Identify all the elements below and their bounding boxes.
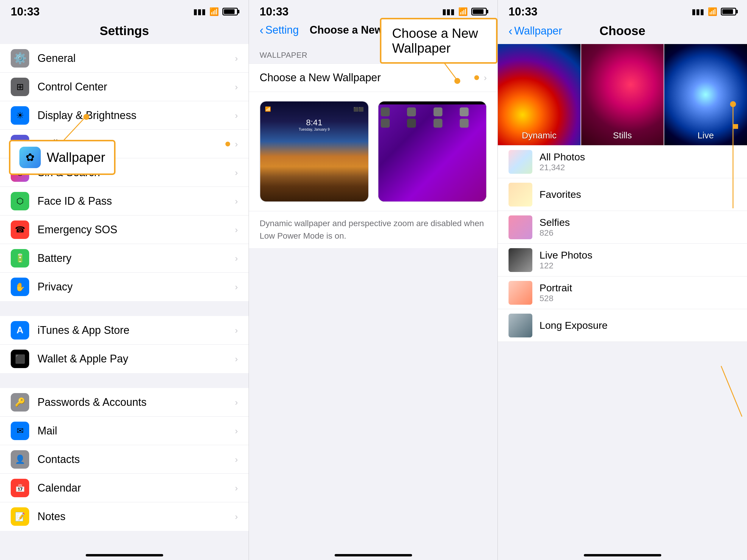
favorites-name: Favorites	[540, 189, 581, 200]
wallpaper-info-text: Dynamic wallpaper and perspective zoom a…	[249, 211, 497, 248]
page-title-p1: Settings	[100, 24, 149, 38]
portrait-info: Portrait 528	[540, 282, 572, 303]
album-long-exposure[interactable]: Long Exposure	[498, 309, 747, 342]
status-bar-panel1: 10:33 ▮▮▮ 📶	[0, 0, 249, 21]
album-all-photos[interactable]: All Photos 21,342	[498, 145, 747, 178]
lock-time: 8:41 Tuesday, January 9	[260, 112, 368, 134]
settings-item-calendar[interactable]: 📅 Calendar ›	[0, 474, 249, 502]
itunes-icon: A	[11, 321, 29, 340]
settings-item-faceid[interactable]: ⬡ Face ID & Pass ›	[0, 187, 249, 215]
back-button-p3[interactable]: ‹ Wallpaper	[509, 24, 562, 38]
back-button-p2[interactable]: ‹ Setting	[260, 24, 299, 37]
album-live-photos[interactable]: Live Photos 122	[498, 244, 747, 276]
selfies-info: Selfies 826	[540, 217, 570, 238]
lock-wallpaper-bg: 📶 ⬛⬛ 8:41 Tuesday, January 9	[260, 102, 368, 202]
wallpaper-preview-area: 📶 ⬛⬛ 8:41 Tuesday, January 9	[249, 92, 497, 211]
settings-item-notes[interactable]: 📝 Notes ›	[0, 502, 249, 531]
lock-screen-phone: 📶 ⬛⬛ 8:41 Tuesday, January 9	[260, 101, 369, 202]
status-time-p3: 10:33	[509, 5, 537, 18]
passwords-label: Passwords & Accounts	[37, 396, 235, 408]
contacts-label: Contacts	[37, 453, 235, 466]
notes-icon: 📝	[11, 507, 29, 526]
all-photos-name: All Photos	[540, 151, 585, 163]
control-center-chevron: ›	[235, 82, 238, 92]
album-favorites[interactable]: Favorites	[498, 178, 747, 211]
portrait-name: Portrait	[540, 282, 572, 294]
wallpaper-annotation-label: Wallpaper	[47, 150, 105, 165]
signal-icon-p1: ▮▮▮	[193, 7, 206, 16]
settings-item-wallet[interactable]: ⬛ Wallet & Apple Pay ›	[0, 345, 249, 373]
contacts-chevron: ›	[235, 454, 238, 464]
settings-item-display[interactable]: ☀ Display & Brightness ›	[0, 101, 249, 130]
choose-wallpaper-chevron: ›	[484, 73, 487, 83]
notes-chevron: ›	[235, 511, 238, 522]
wallpaper-chevron: ›	[235, 139, 238, 149]
calendar-icon: 📅	[11, 479, 29, 497]
mail-label: Mail	[37, 425, 235, 437]
status-bar-panel3: 10:33 ▮▮▮ 📶	[498, 0, 747, 21]
control-center-label: Control Center	[37, 81, 235, 93]
choose-wallpaper-label: Choose a New Wallpaper	[260, 72, 472, 84]
home-indicator-p1	[86, 554, 163, 556]
battery-settings-icon: 🔋	[11, 249, 29, 267]
emergency-label: Emergency SOS	[37, 223, 235, 236]
album-selfies[interactable]: Selfies 826	[498, 211, 747, 244]
settings-item-general[interactable]: ⚙️ General ›	[0, 44, 249, 73]
dynamic-category[interactable]: Dynamic	[498, 44, 581, 145]
battery-label: Battery	[37, 252, 235, 265]
wallpaper-info-section: Dynamic wallpaper and perspective zoom a…	[249, 211, 497, 248]
stills-category[interactable]: Stills	[581, 44, 665, 145]
settings-item-passwords[interactable]: 🔑 Passwords & Accounts ›	[0, 388, 249, 417]
status-icons-p1: ▮▮▮ 📶	[193, 7, 238, 16]
wallet-label: Wallet & Apple Pay	[37, 353, 235, 365]
selfies-count: 826	[540, 228, 570, 238]
wifi-icon-p2: 📶	[458, 7, 468, 16]
all-photos-count: 21,342	[540, 163, 585, 172]
calendar-label: Calendar	[37, 482, 235, 494]
album-portrait[interactable]: Portrait 528	[498, 276, 747, 309]
siri-chevron: ›	[235, 167, 238, 178]
general-chevron: ›	[235, 53, 238, 63]
battery-chevron: ›	[235, 253, 238, 263]
settings-item-battery[interactable]: 🔋 Battery ›	[0, 244, 249, 272]
signal-icon-p2: ▮▮▮	[442, 7, 455, 16]
settings-item-mail[interactable]: ✉ Mail ›	[0, 417, 249, 445]
svg-line-7	[721, 366, 742, 417]
signal-icon-p3: ▮▮▮	[692, 7, 704, 16]
wifi-icon-p1: 📶	[209, 7, 219, 16]
portrait-thumb	[509, 281, 532, 305]
dynamic-label: Dynamic	[522, 130, 557, 140]
wallpaper-annotation-icon: ✿	[19, 147, 41, 168]
choose-wallpaper-row[interactable]: Choose a New Wallpaper ›	[249, 63, 497, 92]
emergency-chevron: ›	[235, 225, 238, 235]
settings-item-emergency[interactable]: ☎ Emergency SOS ›	[0, 215, 249, 244]
privacy-chevron: ›	[235, 282, 238, 292]
privacy-label: Privacy	[37, 281, 235, 293]
battery-icon-p2	[471, 8, 487, 16]
settings-item-contacts[interactable]: 👤 Contacts ›	[0, 445, 249, 474]
nav-bar-p3: ‹ Wallpaper Choose	[498, 21, 747, 44]
battery-icon-p1	[223, 8, 238, 16]
settings-item-itunes[interactable]: A iTunes & App Store ›	[0, 316, 249, 345]
page-title-p3: Choose	[599, 24, 645, 38]
long-exposure-name: Long Exposure	[540, 320, 608, 331]
favorites-thumb	[509, 183, 532, 207]
faceid-icon: ⬡	[11, 192, 29, 210]
display-label: Display & Brightness	[37, 109, 235, 122]
live-label: Live	[698, 130, 714, 140]
live-category[interactable]: Live	[664, 44, 747, 145]
back-arrow-p2: ‹	[260, 24, 263, 37]
itunes-chevron: ›	[235, 325, 238, 335]
status-icons-p2: ▮▮▮ 📶	[442, 7, 487, 16]
wallpaper-settings-panel: 10:33 ▮▮▮ 📶 ‹ Setting Choose a New Wallp…	[249, 0, 498, 560]
wallpaper-category-grid: Dynamic Stills Live	[498, 44, 747, 145]
general-icon: ⚙️	[11, 49, 29, 68]
emergency-icon: ☎	[11, 220, 29, 239]
status-time-p2: 10:33	[260, 5, 288, 18]
battery-icon-p3	[721, 8, 736, 16]
passwords-chevron: ›	[235, 397, 238, 407]
settings-item-control-center[interactable]: ⊞ Control Center ›	[0, 73, 249, 101]
settings-item-privacy[interactable]: ✋ Privacy ›	[0, 272, 249, 301]
title-annotation-box: Choose a New Wallpaper	[380, 18, 497, 64]
long-exposure-info: Long Exposure	[540, 320, 608, 331]
